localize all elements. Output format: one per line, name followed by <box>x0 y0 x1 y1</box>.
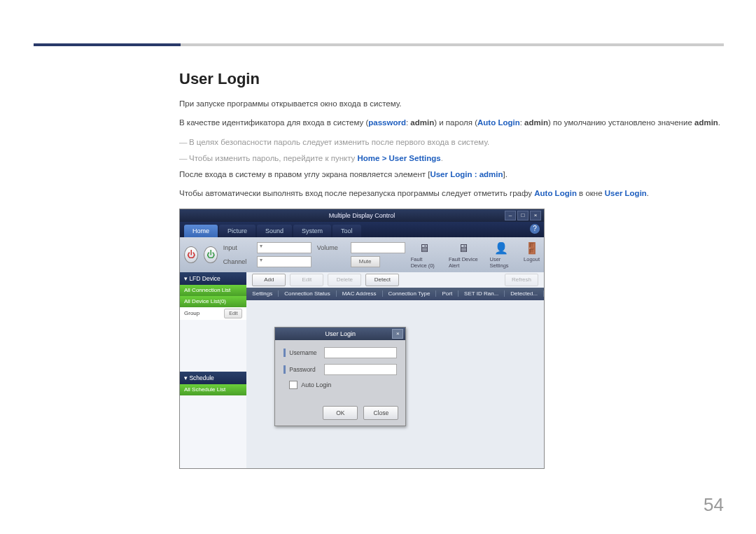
main-tabs: Home Picture Sound System Tool ? <box>180 222 544 237</box>
col-settings: Settings <box>246 290 279 297</box>
fault-device-label: Fault Device (0) <box>411 256 438 269</box>
col-mac: MAC Address <box>337 290 383 297</box>
auto-login-checkbox[interactable] <box>289 381 298 389</box>
tab-system[interactable]: System <box>293 225 331 237</box>
fault-alert-label: Fault Device Alert <box>449 256 479 269</box>
volume-label: Volume <box>317 244 348 251</box>
page-top-rule <box>34 43 724 46</box>
channel-select[interactable]: ▾ <box>257 256 312 267</box>
sidebar-all-connection[interactable]: All Connection List <box>180 285 246 296</box>
alert-icon: 🖥 <box>456 241 471 256</box>
group-edit-button[interactable]: Edit <box>224 309 242 318</box>
close-dialog-button[interactable]: Close <box>363 406 398 420</box>
sidebar-spacer2 <box>180 395 246 468</box>
password-input[interactable] <box>324 364 397 375</box>
logout-label: Logout <box>524 256 540 262</box>
tab-sound[interactable]: Sound <box>257 225 292 237</box>
autologin-keyword: Auto Login <box>477 118 520 127</box>
bar-icon <box>284 365 286 374</box>
window-title: Multiple Display Control <box>329 212 396 219</box>
separator: > <box>379 154 388 162</box>
minimize-button[interactable]: – <box>505 211 516 220</box>
col-connection-status: Connection Status <box>279 290 336 297</box>
col-detected: Detected... <box>505 290 544 297</box>
mute-button[interactable]: Mute <box>351 256 380 267</box>
power-on-button[interactable]: ⏻ <box>204 246 218 263</box>
maximize-button[interactable]: □ <box>517 211 528 220</box>
main-toolbar: Add Edit Delete Detect Refresh <box>246 272 544 288</box>
dialog-close-button[interactable]: × <box>392 329 403 339</box>
lfd-label: LFD Device <box>189 275 220 282</box>
username-input[interactable] <box>324 347 397 358</box>
sidebar-all-schedule[interactable]: All Schedule List <box>180 384 246 395</box>
close-button[interactable]: × <box>530 211 541 220</box>
text: в окне <box>577 189 605 197</box>
auto-login-keyword: Auto Login <box>534 189 577 197</box>
input-select[interactable]: ▾ <box>257 242 312 253</box>
after-login-paragraph: После входа в систему в правом углу экра… <box>179 169 724 181</box>
admin-value: admin <box>524 118 548 127</box>
detect-button[interactable]: Detect <box>365 274 399 286</box>
ribbon-icons: 🖥 Fault Device (0) 🖥 Fault Device Alert … <box>411 241 540 269</box>
col-conn-type: Connection Type <box>383 290 437 297</box>
auto-login-paragraph: Чтобы автоматически выполнять вход после… <box>179 188 724 199</box>
window-titlebar: Multiple Display Control – □ × <box>180 209 544 222</box>
password-label: Password <box>289 366 324 373</box>
edit-button[interactable]: Edit <box>290 274 323 286</box>
sidebar-group-row: Group Edit <box>180 307 246 320</box>
group-label: Group <box>184 310 200 316</box>
fault-device-icon[interactable]: 🖥 Fault Device (0) <box>411 241 438 269</box>
dash-bullet: ― <box>179 136 189 148</box>
col-setid: SET ID Ran... <box>458 290 505 297</box>
page-content: User Login При запуске программы открыва… <box>179 70 724 469</box>
username-row: Username <box>284 347 397 358</box>
text: После входа в систему в правом углу экра… <box>179 170 430 178</box>
input-group: Input ▾ Channel ▾ <box>223 242 312 267</box>
delete-button[interactable]: Delete <box>328 274 361 286</box>
sidebar-schedule: ▾ Schedule <box>180 372 246 384</box>
volume-group: Volume Mute <box>317 242 405 267</box>
tab-tool[interactable]: Tool <box>332 225 361 237</box>
fault-alert-icon[interactable]: 🖥 Fault Device Alert <box>449 241 479 269</box>
volume-field[interactable] <box>351 242 405 253</box>
dialog-titlebar: User Login × <box>275 328 405 340</box>
admin-value: admin <box>410 118 434 127</box>
ok-button[interactable]: OK <box>323 406 358 420</box>
text: . <box>718 118 720 127</box>
dialog-title: User Login <box>326 330 356 337</box>
app-body: ▾ LFD Device All Connection List All Dev… <box>180 272 544 468</box>
dialog-buttons: OK Close <box>275 402 405 427</box>
sidebar-all-device[interactable]: All Device List(0) <box>180 296 246 307</box>
text: Чтобы изменить пароль, перейдите к пункт… <box>189 154 357 162</box>
admin-value: admin <box>694 118 718 127</box>
user-icon: 👤 <box>493 241 509 256</box>
schedule-label: Schedule <box>189 374 214 381</box>
door-icon: 🚪 <box>524 241 540 256</box>
password-keyword: password <box>368 118 406 127</box>
auto-login-label: Auto Login <box>301 381 331 388</box>
channel-label: Channel <box>223 258 254 265</box>
text: Чтобы автоматически выполнять вход после… <box>179 189 534 197</box>
home-link: Home <box>357 154 379 162</box>
tab-picture[interactable]: Picture <box>219 225 255 237</box>
sidebar-lfd-device: ▾ LFD Device <box>180 272 246 285</box>
user-settings-icon[interactable]: 👤 User Settings <box>489 241 512 269</box>
col-port: Port <box>436 290 458 297</box>
user-login-admin: User Login : admin <box>430 170 503 178</box>
logout-icon[interactable]: 🚪 Logout <box>524 241 540 269</box>
sidebar: ▾ LFD Device All Connection List All Dev… <box>180 272 246 468</box>
intro-paragraph: При запуске программы открывается окно в… <box>179 98 724 110</box>
help-button[interactable]: ? <box>530 224 540 234</box>
page-number: 54 <box>704 494 724 516</box>
dash-bullet: ― <box>179 153 189 164</box>
change-password-note: ―Чтобы изменить пароль, перейдите к пунк… <box>179 153 724 164</box>
add-button[interactable]: Add <box>252 274 286 286</box>
text: ]. <box>503 170 507 178</box>
username-label: Username <box>289 349 324 356</box>
refresh-button[interactable]: Refresh <box>505 274 538 286</box>
dialog-body: Username Password Auto <box>275 340 405 402</box>
tab-home[interactable]: Home <box>184 225 218 237</box>
power-off-button[interactable]: ⏻ <box>184 246 198 263</box>
user-settings-link: User Settings <box>389 154 441 162</box>
table-area: User Login × Username Password <box>246 300 544 468</box>
